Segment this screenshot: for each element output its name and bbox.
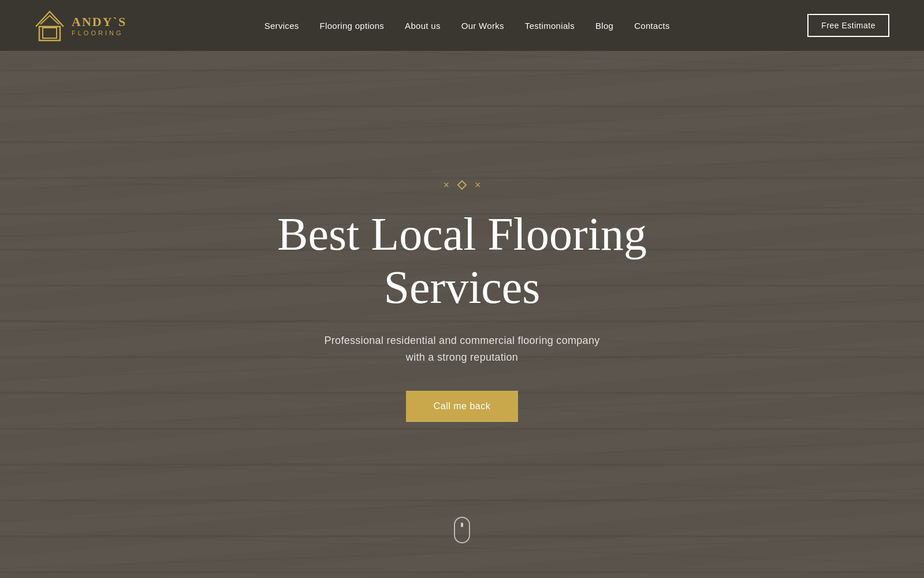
scroll-indicator <box>454 517 470 543</box>
nav-flooring-options[interactable]: Flooring options <box>320 21 385 31</box>
hero-title: Best Local Flooring Services <box>277 208 647 314</box>
logo-name: ANDY`S <box>72 14 126 29</box>
hero-content: × × Best Local Flooring Services Profess… <box>277 179 647 423</box>
decorative-divider: × × <box>443 179 480 191</box>
deco-cross-left: × <box>443 179 449 191</box>
mouse-icon <box>454 517 470 543</box>
nav-testimonials[interactable]: Testimonials <box>525 21 575 31</box>
mouse-dot <box>461 523 463 527</box>
nav-blog[interactable]: Blog <box>595 21 613 31</box>
site-header: ANDY`S FLOORING Services Flooring option… <box>0 0 924 51</box>
logo-icon <box>35 8 65 43</box>
hero-section: × × Best Local Flooring Services Profess… <box>0 0 924 578</box>
deco-cross-right: × <box>475 179 481 191</box>
hero-subtitle-line2: with a strong reputation <box>406 351 518 363</box>
hero-title-line2: Services <box>383 262 540 313</box>
hero-title-line1: Best Local Flooring <box>277 209 647 260</box>
hero-subtitle-line1: Professional residential and commercial … <box>324 335 599 346</box>
nav-our-works[interactable]: Our Works <box>461 21 504 31</box>
nav-about-us[interactable]: About us <box>405 21 441 31</box>
nav-contacts[interactable]: Contacts <box>634 21 670 31</box>
main-nav: Services Flooring options About us Our W… <box>264 21 670 31</box>
deco-diamond <box>457 180 467 190</box>
nav-services[interactable]: Services <box>264 21 299 31</box>
call-me-back-button[interactable]: Call me back <box>406 391 518 422</box>
hero-subtitle: Professional residential and commercial … <box>324 332 599 366</box>
logo-text: ANDY`S FLOORING <box>72 14 126 36</box>
logo[interactable]: ANDY`S FLOORING <box>35 8 126 43</box>
logo-subtitle: FLOORING <box>72 29 126 36</box>
svg-rect-1 <box>43 28 57 38</box>
free-estimate-button[interactable]: Free Estimate <box>807 14 889 37</box>
